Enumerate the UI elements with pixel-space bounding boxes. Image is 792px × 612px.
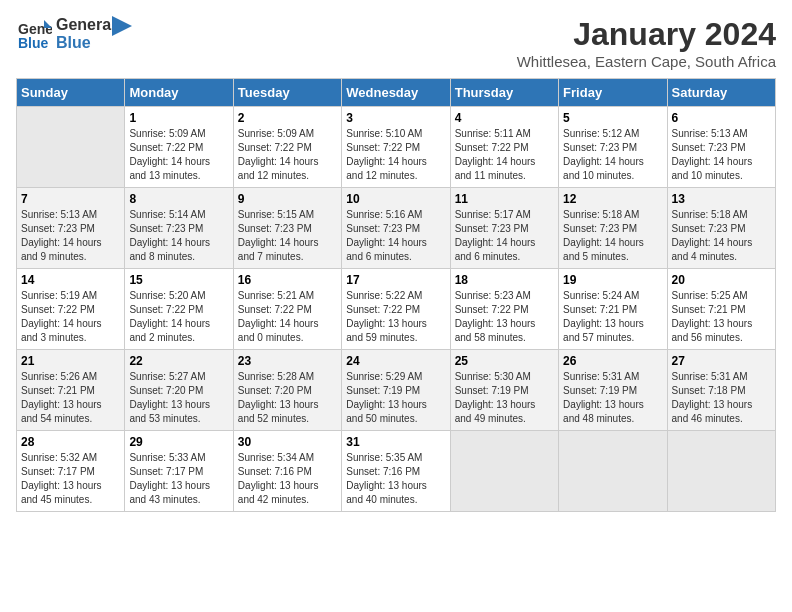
day-info: Sunrise: 5:19 AM Sunset: 7:22 PM Dayligh… [21, 289, 120, 345]
logo-icon: General Blue [16, 16, 52, 52]
day-number: 30 [238, 435, 337, 449]
day-number: 24 [346, 354, 445, 368]
calendar-week-row: 21Sunrise: 5:26 AM Sunset: 7:21 PM Dayli… [17, 350, 776, 431]
day-info: Sunrise: 5:29 AM Sunset: 7:19 PM Dayligh… [346, 370, 445, 426]
day-number: 3 [346, 111, 445, 125]
day-number: 23 [238, 354, 337, 368]
main-title: January 2024 [517, 16, 776, 53]
calendar-cell: 31Sunrise: 5:35 AM Sunset: 7:16 PM Dayli… [342, 431, 450, 512]
calendar-week-row: 14Sunrise: 5:19 AM Sunset: 7:22 PM Dayli… [17, 269, 776, 350]
day-info: Sunrise: 5:31 AM Sunset: 7:19 PM Dayligh… [563, 370, 662, 426]
day-info: Sunrise: 5:20 AM Sunset: 7:22 PM Dayligh… [129, 289, 228, 345]
day-info: Sunrise: 5:30 AM Sunset: 7:19 PM Dayligh… [455, 370, 554, 426]
day-info: Sunrise: 5:18 AM Sunset: 7:23 PM Dayligh… [563, 208, 662, 264]
day-info: Sunrise: 5:13 AM Sunset: 7:23 PM Dayligh… [21, 208, 120, 264]
day-number: 13 [672, 192, 771, 206]
day-number: 6 [672, 111, 771, 125]
day-number: 21 [21, 354, 120, 368]
day-info: Sunrise: 5:35 AM Sunset: 7:16 PM Dayligh… [346, 451, 445, 507]
logo-blue-text: Blue [56, 34, 116, 52]
day-number: 14 [21, 273, 120, 287]
day-info: Sunrise: 5:18 AM Sunset: 7:23 PM Dayligh… [672, 208, 771, 264]
day-number: 19 [563, 273, 662, 287]
day-number: 16 [238, 273, 337, 287]
col-header-saturday: Saturday [667, 79, 775, 107]
calendar-cell: 20Sunrise: 5:25 AM Sunset: 7:21 PM Dayli… [667, 269, 775, 350]
col-header-wednesday: Wednesday [342, 79, 450, 107]
col-header-friday: Friday [559, 79, 667, 107]
day-number: 2 [238, 111, 337, 125]
day-info: Sunrise: 5:23 AM Sunset: 7:22 PM Dayligh… [455, 289, 554, 345]
day-info: Sunrise: 5:25 AM Sunset: 7:21 PM Dayligh… [672, 289, 771, 345]
svg-marker-3 [112, 16, 132, 36]
day-number: 18 [455, 273, 554, 287]
calendar-cell: 13Sunrise: 5:18 AM Sunset: 7:23 PM Dayli… [667, 188, 775, 269]
calendar-cell: 5Sunrise: 5:12 AM Sunset: 7:23 PM Daylig… [559, 107, 667, 188]
logo: General Blue General Blue [16, 16, 132, 52]
calendar-cell: 10Sunrise: 5:16 AM Sunset: 7:23 PM Dayli… [342, 188, 450, 269]
calendar-cell: 8Sunrise: 5:14 AM Sunset: 7:23 PM Daylig… [125, 188, 233, 269]
calendar-cell: 22Sunrise: 5:27 AM Sunset: 7:20 PM Dayli… [125, 350, 233, 431]
calendar-cell: 14Sunrise: 5:19 AM Sunset: 7:22 PM Dayli… [17, 269, 125, 350]
calendar-cell: 12Sunrise: 5:18 AM Sunset: 7:23 PM Dayli… [559, 188, 667, 269]
calendar-week-row: 7Sunrise: 5:13 AM Sunset: 7:23 PM Daylig… [17, 188, 776, 269]
day-info: Sunrise: 5:16 AM Sunset: 7:23 PM Dayligh… [346, 208, 445, 264]
day-number: 27 [672, 354, 771, 368]
calendar-cell: 24Sunrise: 5:29 AM Sunset: 7:19 PM Dayli… [342, 350, 450, 431]
day-number: 4 [455, 111, 554, 125]
day-info: Sunrise: 5:34 AM Sunset: 7:16 PM Dayligh… [238, 451, 337, 507]
day-number: 11 [455, 192, 554, 206]
day-info: Sunrise: 5:15 AM Sunset: 7:23 PM Dayligh… [238, 208, 337, 264]
calendar-cell: 11Sunrise: 5:17 AM Sunset: 7:23 PM Dayli… [450, 188, 558, 269]
day-info: Sunrise: 5:28 AM Sunset: 7:20 PM Dayligh… [238, 370, 337, 426]
calendar-week-row: 1Sunrise: 5:09 AM Sunset: 7:22 PM Daylig… [17, 107, 776, 188]
day-number: 29 [129, 435, 228, 449]
calendar-cell: 18Sunrise: 5:23 AM Sunset: 7:22 PM Dayli… [450, 269, 558, 350]
day-info: Sunrise: 5:09 AM Sunset: 7:22 PM Dayligh… [129, 127, 228, 183]
day-info: Sunrise: 5:10 AM Sunset: 7:22 PM Dayligh… [346, 127, 445, 183]
calendar-cell: 9Sunrise: 5:15 AM Sunset: 7:23 PM Daylig… [233, 188, 341, 269]
calendar-cell: 4Sunrise: 5:11 AM Sunset: 7:22 PM Daylig… [450, 107, 558, 188]
day-info: Sunrise: 5:27 AM Sunset: 7:20 PM Dayligh… [129, 370, 228, 426]
calendar-week-row: 28Sunrise: 5:32 AM Sunset: 7:17 PM Dayli… [17, 431, 776, 512]
subtitle: Whittlesea, Eastern Cape, South Africa [517, 53, 776, 70]
calendar-cell: 21Sunrise: 5:26 AM Sunset: 7:21 PM Dayli… [17, 350, 125, 431]
svg-text:Blue: Blue [18, 35, 49, 51]
col-header-sunday: Sunday [17, 79, 125, 107]
calendar-table: SundayMondayTuesdayWednesdayThursdayFrid… [16, 78, 776, 512]
day-info: Sunrise: 5:09 AM Sunset: 7:22 PM Dayligh… [238, 127, 337, 183]
day-number: 26 [563, 354, 662, 368]
calendar-cell: 6Sunrise: 5:13 AM Sunset: 7:23 PM Daylig… [667, 107, 775, 188]
day-number: 25 [455, 354, 554, 368]
title-block: January 2024 Whittlesea, Eastern Cape, S… [517, 16, 776, 70]
day-info: Sunrise: 5:14 AM Sunset: 7:23 PM Dayligh… [129, 208, 228, 264]
day-number: 10 [346, 192, 445, 206]
calendar-cell: 7Sunrise: 5:13 AM Sunset: 7:23 PM Daylig… [17, 188, 125, 269]
day-info: Sunrise: 5:31 AM Sunset: 7:18 PM Dayligh… [672, 370, 771, 426]
col-header-monday: Monday [125, 79, 233, 107]
calendar-cell [559, 431, 667, 512]
logo-general-text: General [56, 16, 116, 34]
calendar-body: 1Sunrise: 5:09 AM Sunset: 7:22 PM Daylig… [17, 107, 776, 512]
calendar-cell: 2Sunrise: 5:09 AM Sunset: 7:22 PM Daylig… [233, 107, 341, 188]
day-number: 28 [21, 435, 120, 449]
day-number: 9 [238, 192, 337, 206]
calendar-cell: 15Sunrise: 5:20 AM Sunset: 7:22 PM Dayli… [125, 269, 233, 350]
calendar-cell [17, 107, 125, 188]
day-number: 8 [129, 192, 228, 206]
day-info: Sunrise: 5:13 AM Sunset: 7:23 PM Dayligh… [672, 127, 771, 183]
calendar-cell: 19Sunrise: 5:24 AM Sunset: 7:21 PM Dayli… [559, 269, 667, 350]
calendar-header-row: SundayMondayTuesdayWednesdayThursdayFrid… [17, 79, 776, 107]
day-info: Sunrise: 5:17 AM Sunset: 7:23 PM Dayligh… [455, 208, 554, 264]
day-info: Sunrise: 5:26 AM Sunset: 7:21 PM Dayligh… [21, 370, 120, 426]
logo-arrow-icon [112, 16, 132, 36]
calendar-cell [450, 431, 558, 512]
calendar-cell: 16Sunrise: 5:21 AM Sunset: 7:22 PM Dayli… [233, 269, 341, 350]
day-number: 20 [672, 273, 771, 287]
day-info: Sunrise: 5:22 AM Sunset: 7:22 PM Dayligh… [346, 289, 445, 345]
day-number: 22 [129, 354, 228, 368]
calendar-cell: 3Sunrise: 5:10 AM Sunset: 7:22 PM Daylig… [342, 107, 450, 188]
col-header-thursday: Thursday [450, 79, 558, 107]
calendar-cell: 27Sunrise: 5:31 AM Sunset: 7:18 PM Dayli… [667, 350, 775, 431]
day-number: 12 [563, 192, 662, 206]
